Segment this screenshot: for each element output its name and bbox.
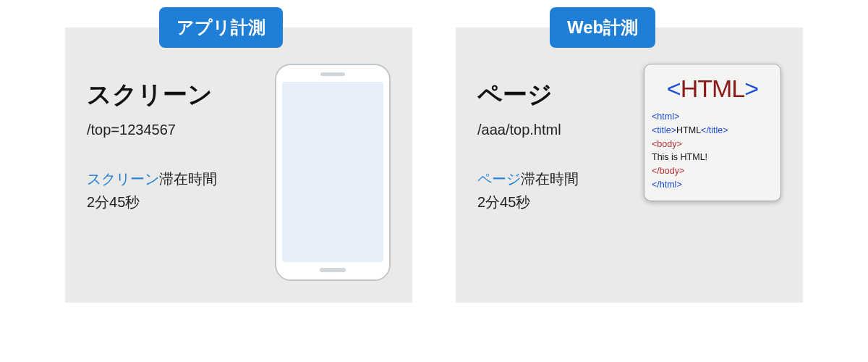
code-line-6: </html> xyxy=(652,180,682,190)
web-badge: Web計測 xyxy=(550,7,655,48)
html-text: HTML xyxy=(681,75,745,102)
web-title: ページ xyxy=(477,78,629,111)
html-document-icon: <HTML> <html> <title>HTML</title> <body>… xyxy=(644,64,781,201)
web-panel: ページ /aaa/top.html ページ滞在時間 2分45秒 <HTML> <… xyxy=(456,28,803,303)
web-measurement-column: Web計測 ページ /aaa/top.html ページ滞在時間 2分45秒 <H… xyxy=(456,7,803,303)
phone-mockup-icon xyxy=(275,64,391,281)
code-line-1: <html> xyxy=(652,111,679,122)
app-duration: 2分45秒 xyxy=(87,194,140,210)
app-stay-suffix: 滞在時間 xyxy=(159,171,217,187)
app-stay-prefix: スクリーン xyxy=(87,171,159,187)
web-stay-time: ページ滞在時間 2分45秒 xyxy=(477,167,629,214)
web-stay-suffix: 滞在時間 xyxy=(521,171,579,187)
app-info: スクリーン /top=1234567 スクリーン滞在時間 2分45秒 xyxy=(87,64,260,214)
code-line-2a: <title> xyxy=(652,125,676,135)
app-panel: スクリーン /top=1234567 スクリーン滞在時間 2分45秒 xyxy=(65,28,412,303)
app-badge: アプリ計測 xyxy=(159,7,283,48)
code-line-5: </body> xyxy=(652,166,684,176)
code-line-4: This is HTML! xyxy=(652,152,707,162)
web-path: /aaa/top.html xyxy=(477,122,629,138)
app-stay-time: スクリーン滞在時間 2分45秒 xyxy=(87,167,260,214)
phone-screen xyxy=(282,82,383,262)
app-measurement-column: アプリ計測 スクリーン /top=1234567 スクリーン滞在時間 2分45秒 xyxy=(65,7,412,303)
web-stay-prefix: ページ xyxy=(477,171,521,187)
app-path: /top=1234567 xyxy=(87,122,260,138)
phone-speaker xyxy=(320,72,345,76)
code-line-2b: HTML xyxy=(676,125,701,135)
code-line-3: <body> xyxy=(652,139,682,149)
web-duration: 2分45秒 xyxy=(477,194,530,210)
code-line-2c: </title> xyxy=(701,125,728,135)
html-code-snippet: <html> <title>HTML</title> <body> This i… xyxy=(652,110,773,192)
html-big-label: <HTML> xyxy=(652,75,773,103)
angle-close: > xyxy=(744,75,758,102)
web-info: ページ /aaa/top.html ページ滞在時間 2分45秒 xyxy=(477,64,629,214)
angle-open: < xyxy=(667,75,681,102)
phone-homebar xyxy=(320,268,346,272)
app-title: スクリーン xyxy=(87,78,260,111)
